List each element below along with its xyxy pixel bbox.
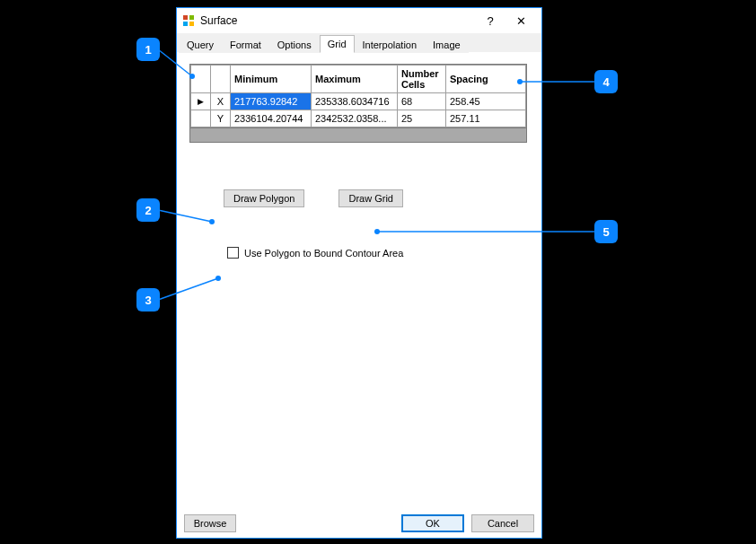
dialog-bottom-bar: Browse OK Cancel	[184, 514, 534, 532]
app-icon	[182, 14, 195, 27]
table-row[interactable]: ▶ X 217763.92842 235338.6034716 68 258.4…	[191, 93, 526, 110]
row-selector-header	[191, 66, 211, 93]
cell-y-min[interactable]: 2336104.20744	[231, 110, 312, 127]
draw-buttons-row: Draw Polygon Draw Grid	[189, 189, 529, 207]
svg-rect-2	[183, 22, 188, 26]
cell-x-cells[interactable]: 68	[398, 93, 446, 110]
callout-2: 2	[136, 198, 160, 222]
cancel-button[interactable]: Cancel	[471, 514, 534, 532]
table-header-row: Minimum Maximum Number Cells Spacing	[191, 66, 526, 93]
callout-3: 3	[136, 288, 160, 311]
tab-strip: Query Format Options Grid Interpolation …	[177, 33, 541, 53]
callout-5: 5	[594, 220, 618, 243]
window-title: Surface	[200, 14, 237, 27]
ok-button[interactable]: OK	[401, 514, 464, 532]
axis-header	[211, 66, 231, 93]
bound-contour-row: Use Polygon to Bound Contour Area	[189, 247, 529, 259]
tab-interpolation[interactable]: Interpolation	[355, 36, 426, 53]
grid-extents-table[interactable]: Minimum Maximum Number Cells Spacing ▶ X…	[189, 64, 527, 143]
col-spacing[interactable]: Spacing	[446, 66, 526, 93]
grid-footer-strip	[190, 127, 526, 142]
tab-format[interactable]: Format	[222, 36, 269, 53]
help-button[interactable]: ?	[475, 11, 505, 31]
cell-y-max[interactable]: 2342532.0358...	[312, 110, 398, 127]
browse-button[interactable]: Browse	[184, 514, 236, 532]
cell-y-cells[interactable]: 25	[398, 110, 446, 127]
table-row[interactable]: Y 2336104.20744 2342532.0358... 25 257.1…	[191, 110, 526, 127]
draw-grid-button[interactable]: Draw Grid	[338, 189, 403, 207]
close-button[interactable]: ✕	[505, 11, 536, 31]
axis-cell: X	[211, 93, 231, 110]
svg-rect-0	[183, 15, 188, 20]
axis-cell: Y	[211, 110, 231, 127]
row-marker-icon: ▶	[191, 93, 211, 110]
tab-image[interactable]: Image	[425, 36, 469, 53]
titlebar: Surface ? ✕	[177, 8, 541, 33]
callout-4: 4	[594, 70, 618, 93]
tab-content: Minimum Maximum Number Cells Spacing ▶ X…	[177, 53, 541, 259]
col-minimum[interactable]: Minimum	[231, 66, 312, 93]
draw-polygon-button[interactable]: Draw Polygon	[224, 189, 304, 207]
tab-options[interactable]: Options	[269, 36, 320, 53]
col-number-cells[interactable]: Number Cells	[398, 66, 446, 93]
cell-x-max[interactable]: 235338.6034716	[312, 93, 398, 110]
surface-dialog: Surface ? ✕ Query Format Options Grid In…	[176, 7, 542, 539]
cell-x-spacing[interactable]: 258.45	[446, 93, 526, 110]
svg-rect-1	[189, 15, 194, 20]
svg-rect-3	[189, 22, 194, 26]
col-maximum[interactable]: Maximum	[312, 66, 398, 93]
tab-grid[interactable]: Grid	[320, 35, 355, 53]
callout-1: 1	[136, 38, 160, 61]
bound-contour-checkbox[interactable]	[227, 247, 239, 259]
cell-y-spacing[interactable]: 257.11	[446, 110, 526, 127]
bound-contour-label: Use Polygon to Bound Contour Area	[244, 248, 403, 259]
row-marker-empty	[191, 110, 211, 127]
tab-query[interactable]: Query	[179, 36, 222, 53]
cell-x-min[interactable]: 217763.92842	[231, 93, 312, 110]
